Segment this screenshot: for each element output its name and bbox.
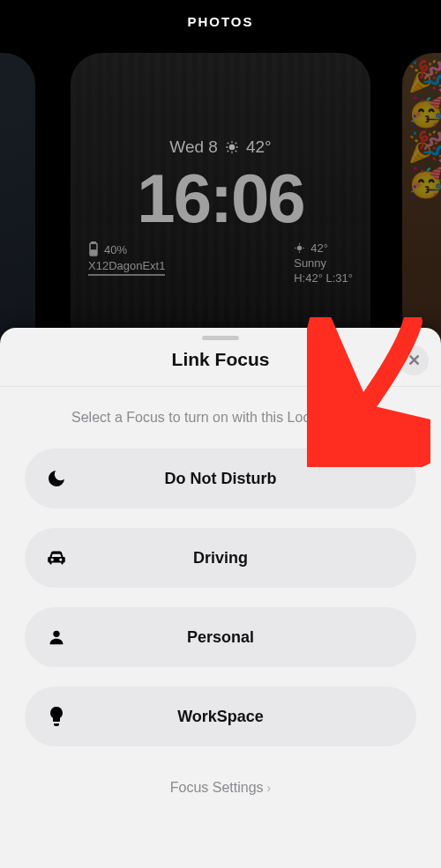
sheet-subtitle: Select a Focus to turn on with this Lock… <box>0 386 441 449</box>
chevron-right-icon: › <box>267 781 272 795</box>
emoji-wallpaper: 🎉😂🍕🍔🎈💖✨🥳🍟🎂😜🤣🙌💛🎉😂🍕🍔🎈💖✨🥳🍟🎂😜🤣🙌💛 <box>402 53 441 370</box>
svg-line-6 <box>235 151 236 152</box>
battery-percent: 40% <box>104 243 127 256</box>
lockscreen-date-temp: 42° <box>246 137 272 157</box>
focus-list: Do Not Disturb Driving Personal <box>0 449 441 764</box>
lockscreen-widgets: 40% X12DagonExt1 42° Sunny H:42° <box>88 241 353 285</box>
svg-point-12 <box>298 246 302 249</box>
svg-line-7 <box>228 151 228 152</box>
svg-rect-11 <box>91 250 96 255</box>
weather-temp: 42° <box>310 241 328 255</box>
sheet-title: Link Focus <box>14 349 427 370</box>
focus-settings-label: Focus Settings <box>170 780 264 796</box>
weather-range: H:42° L:31° <box>294 271 353 285</box>
close-button[interactable]: ✕ <box>399 345 429 375</box>
svg-line-8 <box>235 143 236 144</box>
battery-icon <box>88 241 99 257</box>
sun-icon <box>294 242 305 254</box>
svg-rect-10 <box>92 242 95 244</box>
focus-item-driving[interactable]: Driving <box>25 528 416 588</box>
weather-condition: Sunny <box>294 256 326 270</box>
focus-settings-link[interactable]: Focus Settings › <box>0 764 441 796</box>
svg-point-0 <box>229 145 234 149</box>
svg-line-5 <box>228 143 228 144</box>
sheet-header: Link Focus ✕ <box>0 340 441 386</box>
wallpaper-preview-next[interactable]: 🎉😂🍕🍔🎈💖✨🥳🍟🎂😜🤣🙌💛🎉😂🍕🍔🎈💖✨🥳🍟🎂😜🤣🙌💛 <box>402 53 441 370</box>
lockscreen-time: 16:06 <box>71 159 370 239</box>
focus-item-label: Do Not Disturb <box>25 470 416 488</box>
focus-item-workspace[interactable]: WorkSpace <box>25 686 416 746</box>
focus-item-do-not-disturb[interactable]: Do Not Disturb <box>25 449 416 508</box>
top-bar-title: PHOTOS <box>187 14 253 29</box>
close-icon: ✕ <box>407 351 421 370</box>
sun-icon <box>225 140 239 154</box>
lockscreen-top: Wed 8 42° 16:06 <box>71 137 370 239</box>
focus-item-label: Personal <box>25 628 416 647</box>
focus-item-label: Driving <box>25 549 416 568</box>
top-bar: PHOTOS <box>0 0 441 42</box>
lockscreen-date-row: Wed 8 42° <box>169 137 271 157</box>
focus-item-personal[interactable]: Personal <box>25 607 416 667</box>
lockscreen-date: Wed 8 <box>169 137 218 157</box>
battery-widget: 40% X12DagonExt1 <box>88 241 165 285</box>
weather-widget: 42° Sunny H:42° L:31° <box>294 241 353 285</box>
link-focus-sheet: Link Focus ✕ Select a Focus to turn on w… <box>0 328 441 868</box>
focus-item-label: WorkSpace <box>25 708 416 726</box>
network-name: X12DagonExt1 <box>88 259 165 276</box>
